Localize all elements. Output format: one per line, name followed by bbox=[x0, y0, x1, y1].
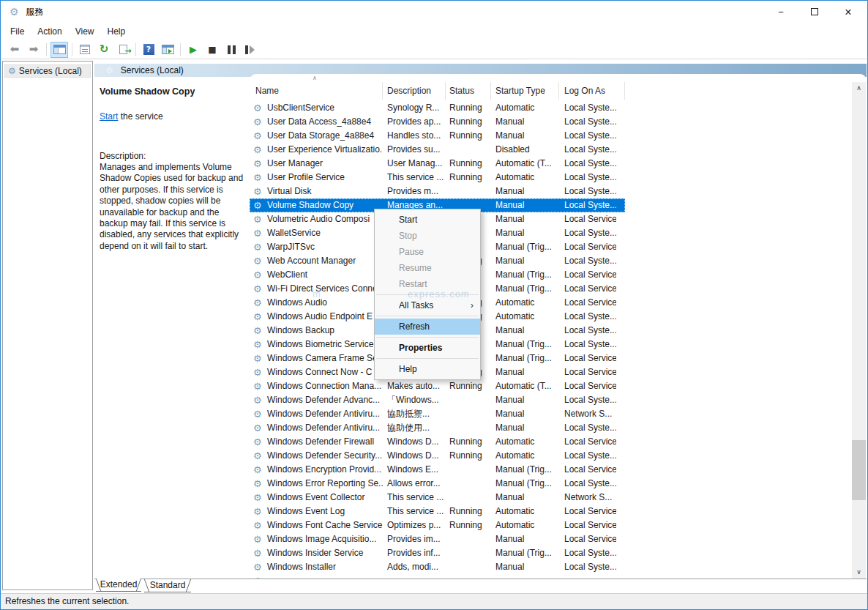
context-menu-item-start[interactable]: Start bbox=[375, 212, 480, 228]
table-row[interactable]: ⚙Windows Defender Antiviru...協助使用...Manu… bbox=[250, 421, 625, 435]
service-description: Manages and implements Volume Shadow Cop… bbox=[100, 162, 247, 252]
tab-extended[interactable]: Extended bbox=[96, 579, 141, 592]
service-name: User Data Storage_4a88e4 bbox=[250, 129, 383, 143]
menu-help[interactable]: Help bbox=[101, 23, 132, 40]
toolbar-separator bbox=[135, 43, 136, 56]
service-logon-as: Local Syste... bbox=[559, 198, 616, 212]
service-description: Provides ap... bbox=[383, 115, 446, 129]
context-menu-item-help[interactable]: Help bbox=[375, 361, 480, 377]
menu-action[interactable]: Action bbox=[31, 23, 68, 40]
service-name: WarpJITSvc bbox=[250, 240, 383, 254]
service-logon-as: Network S... bbox=[559, 491, 616, 505]
table-row[interactable]: ⚙Windows Defender Security...Windows D..… bbox=[250, 449, 625, 463]
table-row[interactable]: ⚙User Experience Virtualizatio...Provide… bbox=[250, 143, 625, 157]
table-row[interactable]: ⚙User ManagerUser Manag...RunningAutomat… bbox=[250, 157, 625, 171]
table-row[interactable]: ⚙Windows Error Reporting Se...Allows err… bbox=[250, 477, 625, 491]
gear-icon: ⚙ bbox=[253, 311, 262, 322]
context-menu-item-refresh[interactable]: Refresh bbox=[375, 319, 480, 335]
gear-icon: ⚙ bbox=[253, 103, 262, 114]
table-row[interactable]: ⚙Windows InstallerAdds, modi...ManualLoc… bbox=[250, 560, 625, 574]
maximize-button[interactable] bbox=[798, 1, 831, 23]
table-row[interactable]: ⚙Windows Connection Mana...Makes auto...… bbox=[250, 379, 625, 393]
services-list-pane: ∧ NameDescriptionStatusStartup TypeLog O… bbox=[250, 74, 867, 579]
service-name: UsbClientService bbox=[250, 101, 383, 115]
gear-icon: ⚙ bbox=[253, 436, 262, 447]
gear-icon: ⚙ bbox=[253, 158, 262, 169]
column-header-name[interactable]: Name bbox=[250, 82, 383, 100]
scroll-down-icon[interactable]: ∨ bbox=[852, 566, 866, 579]
pause-service-button[interactable] bbox=[222, 42, 240, 58]
gear-icon: ⚙ bbox=[253, 256, 262, 267]
column-header-startup-type[interactable]: Startup Type bbox=[491, 82, 559, 100]
gear-icon: ⚙ bbox=[253, 367, 262, 378]
table-row[interactable]: ⚙Windows Event LogThis service ...Runnin… bbox=[250, 505, 625, 518]
service-description: Synology R... bbox=[383, 101, 446, 115]
service-status bbox=[446, 407, 491, 421]
service-name: Windows Biometric Service bbox=[250, 338, 383, 352]
service-startup-type: Manual bbox=[491, 212, 559, 226]
scroll-up-icon[interactable]: ∧ bbox=[852, 82, 866, 94]
export-list-button[interactable] bbox=[114, 42, 132, 58]
services-window: ⚙ 服務 − × FileActionViewHelp ⬅➡↻?▶■ ⚙ Ser… bbox=[0, 0, 868, 610]
context-menu-item-pause: Pause bbox=[375, 244, 480, 260]
scrollbar-thumb[interactable] bbox=[852, 440, 866, 500]
table-row[interactable]: ⚙Windows Defender FirewallWindows D...Ru… bbox=[250, 435, 625, 449]
refresh-button[interactable]: ↻ bbox=[95, 42, 113, 58]
console-tree-toggle[interactable] bbox=[50, 42, 68, 58]
column-header-status[interactable]: Status bbox=[446, 82, 491, 100]
restart-service-button[interactable] bbox=[242, 42, 259, 58]
tab-slant bbox=[96, 579, 101, 591]
context-menu-item-all-tasks[interactable]: All Tasks› bbox=[375, 297, 480, 313]
table-row[interactable]: ⚙UsbClientServiceSynology R...RunningAut… bbox=[250, 101, 625, 115]
tab-standard[interactable]: Standard bbox=[144, 579, 191, 592]
table-row[interactable]: ⚙Windows Event CollectorThis service ...… bbox=[250, 491, 625, 505]
table-row[interactable]: ⚙Virtual DiskProvides m...ManualLocal Sy… bbox=[250, 185, 625, 198]
context-menu-item-properties[interactable]: Properties bbox=[375, 340, 480, 356]
service-name: Windows Defender Security... bbox=[250, 449, 383, 463]
service-startup-type: Manual bbox=[491, 226, 559, 240]
status-text: Refreshes the current selection. bbox=[5, 596, 129, 606]
service-startup-type: Manual bbox=[491, 421, 559, 435]
window-title: 服務 bbox=[26, 1, 43, 23]
service-logon-as: Local Syste... bbox=[559, 101, 616, 115]
properties-icon bbox=[80, 45, 90, 54]
menu-file[interactable]: File bbox=[4, 23, 31, 40]
table-row[interactable]: ⚙User Profile ServiceThis service ...Run… bbox=[250, 171, 625, 185]
table-row[interactable]: ⚙User Data Storage_4a88e4Handles sto...R… bbox=[250, 129, 625, 143]
table-row[interactable]: ⚙Windows Defender Antiviru...協助抵禦...Manu… bbox=[250, 407, 625, 421]
table-row[interactable]: ⚙Windows Font Cache ServiceOptimizes p..… bbox=[250, 518, 625, 532]
service-name: Windows Event Collector bbox=[250, 491, 383, 505]
service-startup-type: Manual (Trig... bbox=[491, 338, 559, 352]
gear-icon: ⚙ bbox=[253, 520, 262, 531]
start-service-link[interactable]: Start bbox=[100, 111, 118, 122]
menu-view[interactable]: View bbox=[69, 23, 101, 40]
table-row[interactable]: ⚙Windows Defender Advanc...「Windows...Ma… bbox=[250, 393, 625, 407]
table-row[interactable]: ⚙User Data Access_4a88e4Provides ap...Ru… bbox=[250, 115, 625, 129]
service-logon-as: Local Syste... bbox=[559, 449, 616, 463]
tree-item-services-local[interactable]: ⚙ Services (Local) bbox=[4, 64, 91, 78]
gear-icon: ⚙ bbox=[105, 65, 113, 75]
action-pane-toggle[interactable] bbox=[159, 42, 176, 58]
column-header-description[interactable]: Description bbox=[383, 82, 446, 100]
forward-button[interactable]: ➡ bbox=[25, 42, 42, 58]
gear-icon: ⚙ bbox=[253, 200, 262, 211]
service-description: This service ... bbox=[383, 505, 446, 518]
table-row[interactable]: ⚙Windows Insider ServiceProvides inf...M… bbox=[250, 546, 625, 560]
column-header-log-on-as[interactable]: Log On As bbox=[559, 82, 625, 100]
service-startup-type: Automatic bbox=[491, 505, 559, 518]
minimize-button[interactable]: − bbox=[764, 1, 798, 23]
stop-service-button[interactable]: ■ bbox=[203, 42, 221, 58]
service-description: Provides inf... bbox=[383, 546, 446, 560]
properties-button[interactable] bbox=[76, 42, 94, 58]
start-service-button[interactable]: ▶ bbox=[184, 42, 202, 58]
gear-icon: ⚙ bbox=[253, 548, 262, 559]
table-row[interactable]: ⚙Windows Image Acquisitio...Provides im.… bbox=[250, 532, 625, 546]
close-button[interactable]: × bbox=[831, 1, 865, 23]
table-row[interactable]: ⚙Windows Encryption Provid...Windows E..… bbox=[250, 463, 625, 477]
service-logon-as: Local Service bbox=[559, 365, 616, 379]
vertical-scrollbar[interactable]: ∧ ∨ bbox=[852, 82, 866, 579]
help-button[interactable]: ? bbox=[140, 42, 157, 58]
service-logon-as: Local Service bbox=[559, 435, 616, 449]
back-button[interactable]: ⬅ bbox=[6, 42, 23, 58]
play-icon bbox=[168, 49, 172, 53]
